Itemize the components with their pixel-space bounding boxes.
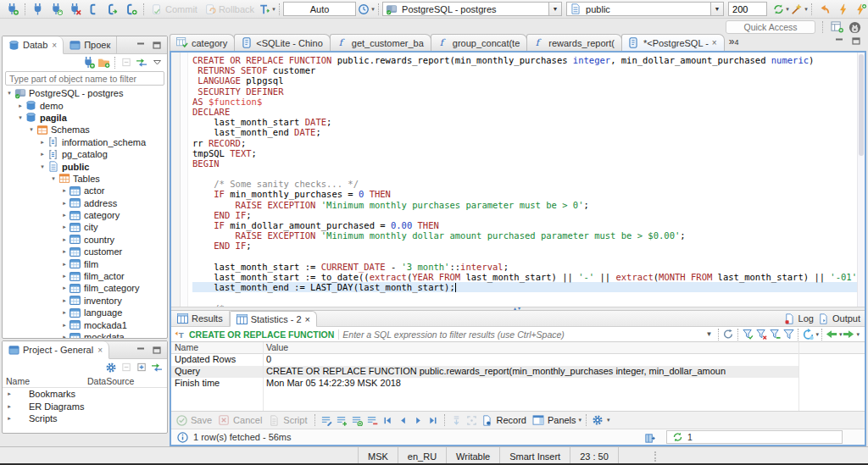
last-row-icon[interactable] — [426, 413, 440, 427]
tree-item-category[interactable]: ▸category — [3, 209, 167, 221]
hidden-tabs-indicator[interactable]: »4 — [724, 36, 744, 49]
column-value-header[interactable]: Value — [266, 342, 288, 352]
tree-item-schemas[interactable]: ▾Schemas — [3, 124, 167, 136]
column-divider[interactable] — [263, 342, 264, 411]
expander-closed-icon[interactable]: ▸ — [60, 236, 69, 243]
project-item-bookmarks[interactable]: ▸Bookmarks — [3, 388, 167, 400]
results-filter-input[interactable] — [342, 329, 702, 340]
schema-combo[interactable]: public ▼ — [566, 2, 724, 16]
expander-closed-icon[interactable]: ▸ — [60, 187, 69, 194]
tree-item-address[interactable]: ▸address — [3, 197, 167, 209]
dropdown-arrow-icon[interactable]: ▾ — [815, 331, 819, 338]
filter-remove-icon[interactable] — [754, 328, 768, 341]
dropdown-arrow-icon[interactable]: ▾ — [579, 417, 582, 423]
collapse-all-icon[interactable] — [120, 56, 133, 69]
schema-dropdown-arrow[interactable]: ▼ — [710, 3, 723, 15]
previous-result-icon[interactable] — [825, 328, 838, 341]
expander-open-icon[interactable]: ▾ — [16, 114, 25, 121]
first-row-icon[interactable] — [381, 413, 394, 427]
filter-apply-icon[interactable] — [741, 328, 754, 341]
execute-script-button[interactable] — [853, 2, 868, 17]
reconnect-button[interactable] — [47, 2, 65, 17]
log-button[interactable]: Log — [798, 313, 814, 324]
script-button[interactable]: Script — [283, 415, 307, 425]
auto-refresh-box[interactable]: 1 — [666, 430, 843, 444]
tree-item-tables[interactable]: ▾Tables — [3, 173, 167, 185]
tree-item-film-category[interactable]: ▸film_category — [3, 282, 167, 294]
connect-button[interactable] — [29, 2, 47, 17]
new-sql-editor-button[interactable] — [122, 2, 140, 17]
expander-open-icon[interactable]: ▾ — [5, 90, 14, 97]
transaction-history-button[interactable]: ▾ — [357, 2, 375, 17]
dropdown-arrow-icon[interactable]: ▾ — [856, 331, 860, 338]
view-menu-icon[interactable] — [150, 56, 164, 69]
expander-closed-icon[interactable]: ▸ — [5, 390, 14, 397]
expander-closed-icon[interactable]: ▸ — [38, 139, 47, 146]
expand-all-icon[interactable] — [135, 361, 148, 374]
connection-combo[interactable]: PostgreSQL - postgres ▼ — [382, 2, 562, 16]
tree-item-film[interactable]: ▸film — [3, 257, 167, 269]
tree-item-mockada1[interactable]: ▸mockada1 — [3, 318, 167, 330]
connection-dropdown-arrow[interactable]: ▼ — [548, 3, 561, 15]
editor-tab-rewards-report[interactable]: frewards_report( — [526, 34, 622, 51]
filter-edit-icon[interactable] — [782, 328, 795, 341]
tab-project-general[interactable]: Project - General × — [3, 341, 109, 359]
filter-save-icon[interactable] — [768, 328, 782, 341]
sql-editor-button[interactable] — [85, 2, 103, 17]
grid-row-updated-rows[interactable]: Updated Rows0 — [171, 354, 865, 366]
tree-item-country[interactable]: ▸country — [3, 234, 167, 246]
expander-closed-icon[interactable]: ▸ — [60, 322, 69, 329]
grid-row-query[interactable]: QueryCREATE OR REPLACE FUNCTION public.r… — [171, 366, 798, 378]
panels-button[interactable]: Panels — [548, 415, 576, 425]
tree-item-mockdata[interactable]: ▸mockdata — [3, 331, 167, 339]
maximize-icon[interactable] — [150, 343, 164, 357]
editor-tab-group-concat-te[interactable]: fgroup_concat(te — [431, 34, 528, 51]
auto-sync-button[interactable]: ▾ — [771, 2, 789, 17]
link-with-editor-icon[interactable] — [150, 361, 164, 374]
gear-icon[interactable] — [591, 413, 604, 427]
next-result-icon[interactable] — [842, 328, 855, 341]
tree-item-film-actor[interactable]: ▸film_actor — [3, 270, 167, 282]
expander-closed-icon[interactable]: ▸ — [60, 200, 69, 207]
pin-panel-icon[interactable] — [643, 431, 656, 445]
grid-row-finish-time[interactable]: Finish timeMon Mar 05 14:22:39 MSK 2018 — [171, 378, 865, 390]
cancel-button[interactable]: Cancel — [233, 415, 262, 425]
new-connection-button[interactable] — [3, 2, 21, 17]
maximize-icon[interactable] — [150, 38, 164, 52]
column-divider[interactable] — [798, 342, 799, 411]
sql-code[interactable]: CREATE OR REPLACE FUNCTION public.reward… — [188, 53, 857, 307]
expander-closed-icon[interactable]: ▸ — [38, 151, 47, 158]
duplicate-row-icon[interactable] — [350, 413, 364, 427]
expander-closed-icon[interactable]: ▸ — [60, 261, 69, 268]
expander-open-icon[interactable]: ▾ — [27, 126, 36, 133]
add-row-icon[interactable] — [335, 413, 348, 427]
column-datasource[interactable]: DataSource — [87, 376, 134, 386]
expander-closed-icon[interactable]: ▸ — [60, 334, 69, 339]
sql-code-area[interactable]: CREATE OR REPLACE FUNCTION public.reward… — [171, 53, 865, 307]
column-name-header[interactable]: Name — [175, 342, 198, 352]
execute-statement-button[interactable] — [834, 2, 852, 17]
fetch-size-input[interactable] — [728, 2, 767, 16]
fetch-next-page-icon[interactable] — [449, 413, 463, 427]
gear-icon[interactable] — [104, 361, 118, 374]
commit-button[interactable]: Commit — [147, 3, 200, 16]
minimize-icon[interactable] — [134, 38, 147, 52]
tab-database-navigator[interactable]: Datab × — [3, 36, 64, 54]
expander-closed-icon[interactable]: ▸ — [5, 403, 14, 410]
expander-closed-icon[interactable]: ▸ — [60, 297, 69, 304]
fetch-all-icon[interactable] — [465, 413, 478, 427]
quick-access-input[interactable] — [726, 20, 815, 34]
rollback-button[interactable]: Rollback — [201, 3, 257, 16]
editor-tab-category[interactable]: category — [170, 34, 235, 51]
maximize-icon[interactable] — [849, 34, 863, 47]
delete-row-icon[interactable] — [365, 413, 379, 427]
expander-closed-icon[interactable]: ▸ — [60, 224, 69, 230]
project-item-er-diagrams[interactable]: ▸ER Diagrams — [3, 400, 167, 412]
close-icon[interactable]: × — [712, 38, 717, 47]
column-name[interactable]: Name — [6, 376, 30, 386]
previous-row-icon[interactable] — [396, 413, 409, 427]
editor-tab-get-customer-ba[interactable]: fget_customer_ba — [330, 34, 431, 51]
save-button[interactable]: Save — [191, 415, 212, 425]
tree-item-pagila[interactable]: ▾pagila — [3, 112, 167, 124]
expander-open-icon[interactable]: ▾ — [49, 175, 58, 182]
